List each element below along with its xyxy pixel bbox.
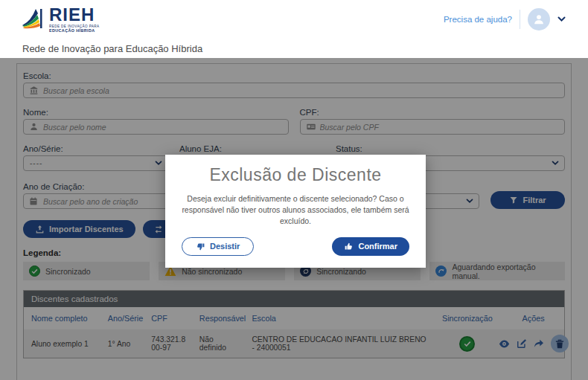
breadcrumb-bar: Rede de Inovação para Educação Híbrida xyxy=(0,39,588,58)
rieh-logo-icon xyxy=(21,6,46,31)
avatar[interactable] xyxy=(528,8,550,30)
desistir-button[interactable]: Desistir xyxy=(182,237,254,256)
thumbs-down-icon xyxy=(196,242,205,251)
breadcrumb: Rede de Inovação para Educação Híbrida xyxy=(22,43,202,54)
rieh-logo[interactable]: RIEH REDE DE INOVAÇÃO PARA EDUCAÇÃO HÍBR… xyxy=(21,6,99,33)
help-link[interactable]: Precisa de ajuda? xyxy=(444,15,512,24)
app-header: RIEH REDE DE INOVAÇÃO PARA EDUCAÇÃO HÍBR… xyxy=(0,0,588,39)
header-divider xyxy=(520,10,520,29)
thumbs-up-icon xyxy=(344,242,354,251)
user-icon xyxy=(532,13,546,26)
logo-tagline-2: EDUCAÇÃO HÍBRIDA xyxy=(49,29,99,33)
modal-body-text: Deseja excluir definitivamente o discent… xyxy=(182,193,409,228)
chevron-down-icon[interactable] xyxy=(557,16,566,22)
modal-title: Exclusão de Discente xyxy=(182,165,409,185)
exclusao-discente-modal: Exclusão de Discente Deseja excluir defi… xyxy=(165,155,426,268)
confirmar-button[interactable]: Confirmar xyxy=(332,237,409,256)
logo-acronym: RIEH xyxy=(49,6,99,24)
